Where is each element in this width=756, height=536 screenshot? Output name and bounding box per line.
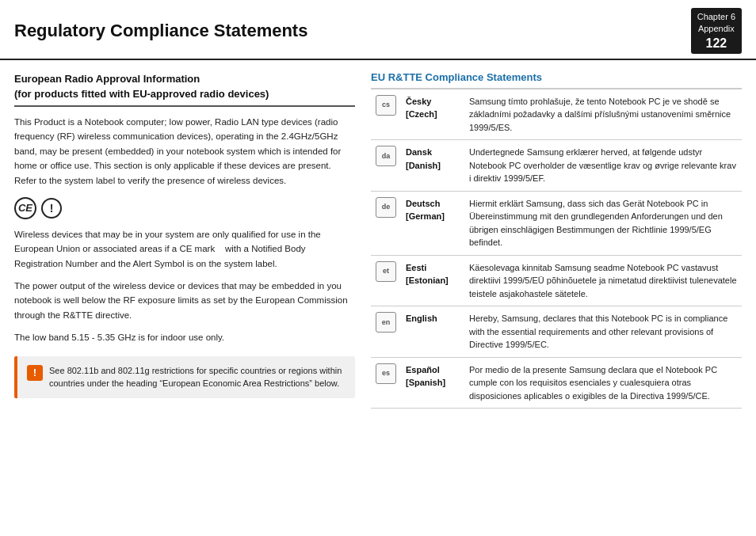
page-container: Regulatory Compliance Statements Chapter…: [0, 0, 756, 536]
lang-name-cell: Česky[Czech]: [401, 89, 464, 140]
left-column: European Radio Approval Information (for…: [14, 71, 355, 525]
warning-icon: !: [27, 365, 43, 381]
lang-name-cell: Eesti[Estonian]: [401, 255, 464, 306]
page-number: 122: [705, 36, 727, 51]
lang-icon-cell: cs: [371, 89, 401, 140]
compliance-table: csČesky[Czech]Samsung tímto prohlašuje, …: [371, 88, 742, 409]
lang-flag-icon: et: [376, 261, 396, 282]
lang-native-name: Eesti: [406, 261, 460, 275]
lang-compliance-text: Hiermit erklärt Samsung, dass sich das G…: [464, 191, 742, 255]
page-title: Regulatory Compliance Statements: [14, 21, 307, 41]
heading-line2: (for products fitted with EU-approved ra…: [14, 88, 269, 100]
lang-compliance-text: Por medio de la presente Samsung declara…: [464, 357, 742, 409]
lang-bracket-name: [Czech]: [406, 108, 460, 121]
lang-name-cell: Deutsch[German]: [401, 191, 464, 255]
low-band-text: The low band 5.15 - 5.35 GHz is for indo…: [14, 330, 355, 344]
table-row: esEspañol[Spanish]Por medio de la presen…: [371, 357, 742, 409]
table-row: daDansk[Danish]Undertegnede Samsung erkl…: [371, 140, 742, 192]
lang-icon-cell: es: [371, 357, 401, 409]
lang-native-name: Español: [406, 363, 460, 377]
power-text: The power output of the wireless device …: [14, 279, 355, 322]
warning-text: See 802.11b and 802.11g restrictions for…: [49, 364, 346, 390]
lang-name-cell: English: [401, 306, 464, 358]
lang-bracket-name: [Estonian]: [406, 274, 460, 287]
lang-name-cell: Español[Spanish]: [401, 357, 464, 409]
ce-symbols: CE !: [14, 197, 355, 219]
intro-text: This Product is a Notebook computer; low…: [14, 115, 355, 188]
lang-native-name: Česky: [406, 95, 460, 108]
page-header: Regulatory Compliance Statements Chapter…: [0, 0, 756, 60]
appendix-label: Appendix: [698, 23, 735, 35]
right-column: EU R&TTE Compliance Statements csČesky[C…: [371, 71, 742, 525]
chapter-badge: Chapter 6 Appendix 122: [691, 8, 742, 54]
lang-icon-cell: de: [371, 191, 401, 255]
lang-flag-icon: cs: [376, 95, 396, 116]
alert-symbol-icon: !: [41, 198, 62, 219]
lang-flag-icon: de: [376, 197, 396, 218]
lang-bracket-name: [Spanish]: [406, 376, 460, 390]
lang-compliance-text: Käesolevaga kinnitab Samsung seadme Note…: [464, 255, 742, 306]
lang-name-cell: Dansk[Danish]: [401, 140, 464, 192]
table-row: enEnglishHereby, Samsung, declares that …: [371, 306, 742, 358]
lang-compliance-text: Hereby, Samsung, declares that this Note…: [464, 306, 742, 358]
lang-compliance-text: Samsung tímto prohlašuje, že tento Noteb…: [464, 89, 742, 140]
chapter-label: Chapter 6: [697, 11, 735, 23]
qualified-text: Wireless devices that may be in your sys…: [14, 227, 355, 271]
lang-native-name: Dansk: [406, 146, 460, 159]
lang-flag-icon: da: [376, 146, 396, 166]
content-area: European Radio Approval Information (for…: [0, 60, 756, 536]
table-row: etEesti[Estonian]Käesolevaga kinnitab Sa…: [371, 255, 742, 306]
table-row: deDeutsch[German]Hiermit erklärt Samsung…: [371, 191, 742, 255]
lang-native-name: English: [406, 312, 460, 325]
right-heading: EU R&TTE Compliance Statements: [371, 71, 742, 85]
warning-box: ! See 802.11b and 802.11g restrictions f…: [14, 356, 355, 398]
lang-native-name: Deutsch: [406, 197, 460, 211]
lang-bracket-name: [German]: [406, 210, 460, 223]
lang-flag-icon: es: [376, 363, 396, 384]
lang-compliance-text: Undertegnede Samsung erklærer herved, at…: [464, 140, 742, 192]
lang-icon-cell: da: [371, 140, 401, 192]
lang-icon-cell: en: [371, 306, 401, 358]
heading-line1: European Radio Approval Information: [14, 73, 200, 85]
left-heading: European Radio Approval Information (for…: [14, 71, 355, 107]
lang-bracket-name: [Danish]: [406, 159, 460, 173]
lang-flag-icon: en: [376, 312, 396, 333]
lang-icon-cell: et: [371, 255, 401, 306]
ce-mark-icon: CE: [14, 197, 36, 219]
table-row: csČesky[Czech]Samsung tímto prohlašuje, …: [371, 89, 742, 140]
